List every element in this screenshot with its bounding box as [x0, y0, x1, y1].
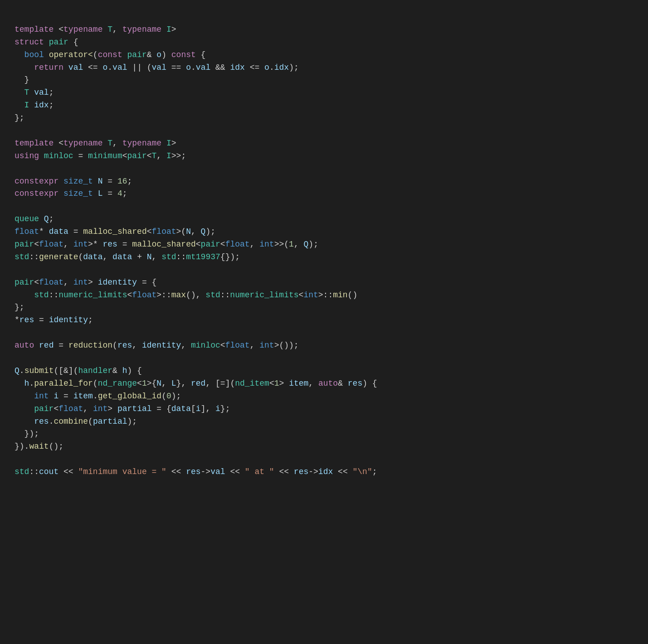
code-display: template <typename T, typename I> struct… — [15, 11, 633, 479]
